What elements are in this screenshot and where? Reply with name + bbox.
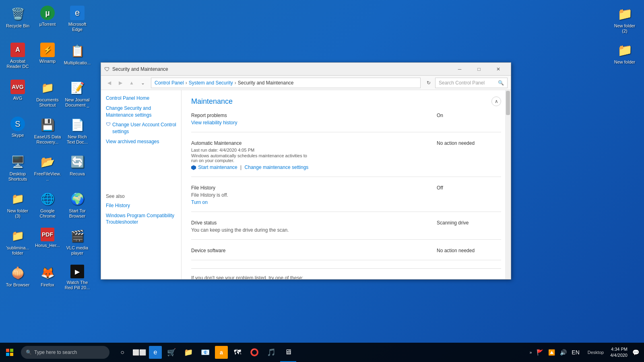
taskbar: 🔍 Type here to search ○ ⬜⬜ e 🛒 📁 📧 a 🗺 ⭕… [0,343,644,362]
sidebar-windows-compatibility[interactable]: Windows Program Compatibility Troublesho… [106,212,176,226]
taskbar-tripadvisor[interactable]: 🗺 [229,343,246,362]
start-button[interactable] [0,343,19,362]
back-button[interactable]: ◀ [104,78,114,88]
taskbar-notifications[interactable]: 💬 [631,349,641,356]
taskbar-vlc-taskbar[interactable]: 🎵 [263,343,279,362]
refresh-button[interactable]: ↻ [424,78,433,88]
taskbar-desktop-label[interactable]: Desktop [584,350,607,355]
taskbar-network-icon[interactable]: 🔼 [547,349,557,356]
icon-recycle-bin[interactable]: 🗑️ Recycle Bin [3,3,32,39]
taskbar-sys-icons: 🚩 🔼 🔊 EN [535,349,581,356]
close-button[interactable]: ✕ [489,63,508,76]
collapse-button[interactable]: ∧ [491,97,501,106]
time-display: 4:34 PM [610,346,627,352]
up-button[interactable]: ▲ [127,78,136,88]
search-placeholder-text: Type here to search [34,350,77,355]
icon-vlc[interactable]: 🎬 VLC media player [63,225,92,261]
icon-start-tor-browser[interactable]: 🌍 Start Tor Browser [63,188,92,224]
icon-new-folder-right[interactable]: 📁 New folder [609,39,641,67]
taskbar-time: 4:34 PM 4/4/2020 [610,346,627,359]
view-reliability-link[interactable]: View reliability history [191,120,237,125]
breadcrumb-control-panel[interactable]: Control Panel [155,80,184,86]
taskbar-right: » 🚩 🔼 🔊 EN Desktop 4:34 PM 4/4/2020 💬 [530,346,644,359]
window-icon: 🛡 [104,66,110,72]
icon-firefox[interactable]: 🦊 Firefox [33,262,62,298]
icon-tor-browser[interactable]: 🧅 Tor Browser [3,262,32,298]
change-maintenance-link[interactable]: Change maintenance settings [245,165,309,170]
auto-maintenance-status: No action needed [437,140,501,146]
see-also-title: See also [106,193,176,199]
taskbar-edge[interactable]: e [149,346,162,359]
sidebar-file-history[interactable]: File History [106,202,176,209]
taskbar-amazon[interactable]: a [215,346,228,359]
breadcrumb-sep-1: › [186,80,187,86]
taskbar-opera[interactable]: ⭕ [246,343,262,362]
icon-new-folder-2[interactable]: 📁 New folder (2) [609,3,641,36]
maintenance-header: Maintenance ∧ [191,97,501,106]
scrollbar-thumb[interactable] [506,91,510,115]
security-maintenance-window: 🛡 Security and Maintenance ─ □ ✕ ◀ ▶ ▲ ⌄… [101,62,511,280]
breadcrumb-current: Security and Maintenance [238,80,294,86]
show-hidden-icons[interactable]: » [530,350,532,355]
icon-documents-shortcut[interactable]: 📁 Documents Shortcut [33,77,62,113]
desktop: 🗑️ Recycle Bin µ µTorrent e Microsoft Ed… [0,0,644,362]
desktop-icons-left: 🗑️ Recycle Bin µ µTorrent e Microsoft Ed… [0,0,105,322]
icon-new-folder-3[interactable]: 📁 New folder (3) [3,188,32,224]
shield-icon [191,165,196,170]
automatic-maintenance-row: Automatic Maintenance Last run date: 4/4… [191,140,501,177]
search-icon: 🔍 [26,350,32,355]
icon-utorrent[interactable]: µ µTorrent [33,3,62,39]
breadcrumb-sep-2: › [235,80,236,86]
scrollbar-track[interactable] [505,90,511,279]
turn-on-link[interactable]: Turn on [191,200,208,205]
icon-recuva[interactable]: 🔄 Recuva [63,151,92,187]
icon-desktop-shortcuts[interactable]: 🖥️ Desktop Shortcuts [3,151,32,187]
maximize-button[interactable]: □ [470,63,488,76]
device-software-row: Device software No action needed [191,248,501,260]
icon-horus[interactable]: PDF Horus_Her... [33,225,62,261]
icon-microsoft-edge[interactable]: e Microsoft Edge [63,3,92,39]
icon-acrobat[interactable]: A Acrobat Reader DC [3,40,32,76]
taskbar-mail[interactable]: 📧 [197,343,213,362]
icon-watch-red-pill[interactable]: ▶ Watch The Red Pill 20... [63,262,92,298]
icon-winamp[interactable]: ⚡ Winamp [33,40,62,76]
date-display: 4/4/2020 [610,352,627,358]
icon-easeus[interactable]: 💾 EaseUS Data Recovery... [33,114,62,150]
sidebar-view-archived[interactable]: View archived messages [106,138,176,145]
separator [191,268,501,269]
svg-rect-3 [10,353,13,356]
recent-button[interactable]: ⌄ [138,78,148,88]
icon-google-chrome[interactable]: 🌐 Google Chrome [33,188,62,224]
icon-avg[interactable]: AVG AVG [3,77,32,113]
forward-button[interactable]: ▶ [116,78,125,88]
sidebar-change-uac[interactable]: Change User Account Control settings [112,121,176,135]
icon-multiplication[interactable]: 📋 Multiplicatio... [63,40,92,76]
svg-rect-2 [6,353,9,356]
taskbar-cortana[interactable]: ○ [114,343,130,362]
minimize-button[interactable]: ─ [450,63,469,76]
address-bar[interactable]: Control Panel › System and Security › Se… [151,78,421,88]
window-titlebar: 🛡 Security and Maintenance ─ □ ✕ [101,63,511,76]
icon-freefileview[interactable]: 📂 FreeFileView... [33,151,62,187]
icon-sublimina[interactable]: 📁 'sublimina... folder [3,225,32,261]
search-control-panel[interactable]: Search Control Panel 🔍 [435,78,508,88]
taskbar-volume-icon[interactable]: 🔊 [558,349,568,356]
icon-new-journal[interactable]: 📝 New Journal Document _ [63,77,92,113]
icon-new-rich-text[interactable]: 📄 New Rich Text Doc... [63,114,92,150]
sidebar-change-security[interactable]: Change Security and Maintenance settings [106,105,176,119]
taskbar-flag-icon[interactable]: 🚩 [535,349,545,356]
taskbar-explorer[interactable]: 📁 [180,343,196,362]
taskbar-search[interactable]: 🔍 Type here to search [21,346,109,359]
start-maintenance-link[interactable]: Start maintenance [198,165,237,170]
taskbar-store[interactable]: 🛒 [163,343,180,362]
sidebar-control-panel-home[interactable]: Control Panel Home [106,95,176,102]
icon-skype[interactable]: S Skype [3,114,32,150]
taskbar-task-view[interactable]: ⬜⬜ [131,343,147,362]
breadcrumb-system-security[interactable]: System and Security [189,80,233,86]
sidebar: Control Panel Home Change Security and M… [101,90,182,279]
bottom-intro: If you don't see your problem listed, tr… [191,275,501,279]
taskbar-control-panel-active[interactable]: 🖥 [280,343,296,362]
auto-maintenance-label: Automatic Maintenance [191,140,312,146]
report-problems-label: Report problems [191,113,312,118]
taskbar-language-icon[interactable]: EN [570,349,581,356]
